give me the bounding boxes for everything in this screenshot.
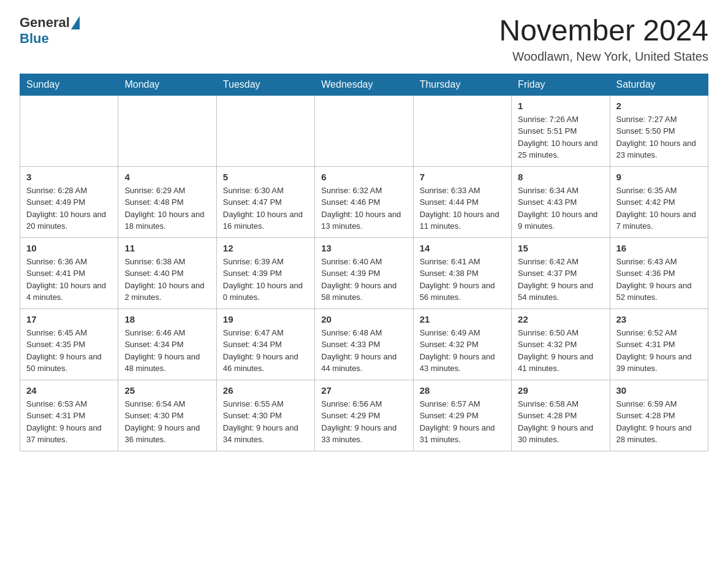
calendar-table: SundayMondayTuesdayWednesdayThursdayFrid… <box>20 74 708 451</box>
calendar-week-row: 24Sunrise: 6:53 AMSunset: 4:31 PMDayligh… <box>20 380 708 451</box>
column-header-friday: Friday <box>512 74 610 95</box>
day-info: Sunrise: 6:30 AMSunset: 4:47 PMDaylight:… <box>223 185 308 232</box>
calendar-cell: 27Sunrise: 6:56 AMSunset: 4:29 PMDayligh… <box>315 380 413 451</box>
calendar-cell: 1Sunrise: 7:26 AMSunset: 5:51 PMDaylight… <box>512 95 610 166</box>
calendar-cell: 24Sunrise: 6:53 AMSunset: 4:31 PMDayligh… <box>20 380 118 451</box>
logo-blue-text: Blue <box>20 31 49 47</box>
column-header-thursday: Thursday <box>413 74 511 95</box>
day-number: 20 <box>321 314 406 324</box>
day-number: 17 <box>26 314 112 324</box>
day-number: 30 <box>616 385 702 396</box>
day-info: Sunrise: 6:45 AMSunset: 4:35 PMDaylight:… <box>26 327 112 375</box>
calendar-cell: 14Sunrise: 6:41 AMSunset: 4:38 PMDayligh… <box>413 237 511 308</box>
day-info: Sunrise: 6:47 AMSunset: 4:34 PMDaylight:… <box>223 327 308 375</box>
day-info: Sunrise: 7:26 AMSunset: 5:51 PMDaylight:… <box>518 113 603 161</box>
day-number: 10 <box>26 243 112 253</box>
day-info: Sunrise: 6:29 AMSunset: 4:48 PMDaylight:… <box>124 185 210 232</box>
day-info: Sunrise: 6:59 AMSunset: 4:28 PMDaylight:… <box>616 398 702 446</box>
day-info: Sunrise: 6:48 AMSunset: 4:33 PMDaylight:… <box>321 327 406 375</box>
calendar-cell: 16Sunrise: 6:43 AMSunset: 4:36 PMDayligh… <box>610 237 708 308</box>
day-number: 26 <box>223 385 308 396</box>
day-number: 12 <box>223 243 308 253</box>
day-number: 5 <box>223 172 308 182</box>
day-number: 2 <box>616 101 702 111</box>
day-number: 11 <box>124 243 210 253</box>
calendar-cell: 11Sunrise: 6:38 AMSunset: 4:40 PMDayligh… <box>118 237 216 308</box>
day-number: 29 <box>518 385 603 396</box>
calendar-cell <box>413 95 511 166</box>
calendar-cell: 26Sunrise: 6:55 AMSunset: 4:30 PMDayligh… <box>216 380 314 451</box>
calendar-week-row: 3Sunrise: 6:28 AMSunset: 4:49 PMDaylight… <box>20 166 708 237</box>
day-number: 21 <box>420 314 505 324</box>
calendar-week-row: 10Sunrise: 6:36 AMSunset: 4:41 PMDayligh… <box>20 237 708 308</box>
calendar-cell: 20Sunrise: 6:48 AMSunset: 4:33 PMDayligh… <box>315 308 413 380</box>
day-number: 6 <box>321 172 406 182</box>
logo-triangle-icon <box>71 16 80 29</box>
calendar-cell <box>20 95 118 166</box>
title-block: November 2024 Woodlawn, New York, United… <box>499 15 708 64</box>
calendar-week-row: 17Sunrise: 6:45 AMSunset: 4:35 PMDayligh… <box>20 308 708 380</box>
calendar-cell: 22Sunrise: 6:50 AMSunset: 4:32 PMDayligh… <box>512 308 610 380</box>
day-info: Sunrise: 6:35 AMSunset: 4:42 PMDaylight:… <box>616 185 702 232</box>
day-info: Sunrise: 6:33 AMSunset: 4:44 PMDaylight:… <box>420 185 505 232</box>
day-number: 22 <box>518 314 603 324</box>
day-number: 7 <box>420 172 505 182</box>
calendar-cell: 9Sunrise: 6:35 AMSunset: 4:42 PMDaylight… <box>610 166 708 237</box>
day-info: Sunrise: 6:57 AMSunset: 4:29 PMDaylight:… <box>420 398 505 446</box>
calendar-cell: 3Sunrise: 6:28 AMSunset: 4:49 PMDaylight… <box>20 166 118 237</box>
logo: General Blue <box>20 15 81 47</box>
day-number: 16 <box>616 243 702 253</box>
month-title: November 2024 <box>499 15 708 47</box>
day-info: Sunrise: 6:39 AMSunset: 4:39 PMDaylight:… <box>223 256 308 304</box>
calendar-cell <box>118 95 216 166</box>
day-number: 23 <box>616 314 702 324</box>
calendar-cell: 25Sunrise: 6:54 AMSunset: 4:30 PMDayligh… <box>118 380 216 451</box>
calendar-cell: 12Sunrise: 6:39 AMSunset: 4:39 PMDayligh… <box>216 237 314 308</box>
day-number: 15 <box>518 243 603 253</box>
day-number: 8 <box>518 172 603 182</box>
calendar-cell: 29Sunrise: 6:58 AMSunset: 4:28 PMDayligh… <box>512 380 610 451</box>
day-info: Sunrise: 6:50 AMSunset: 4:32 PMDaylight:… <box>518 327 603 375</box>
day-info: Sunrise: 6:56 AMSunset: 4:29 PMDaylight:… <box>321 398 406 446</box>
day-info: Sunrise: 6:58 AMSunset: 4:28 PMDaylight:… <box>518 398 603 446</box>
logo-general-text: General <box>20 15 70 31</box>
day-number: 19 <box>223 314 308 324</box>
location-subtitle: Woodlawn, New York, United States <box>499 50 708 64</box>
day-number: 3 <box>26 172 112 182</box>
calendar-cell: 10Sunrise: 6:36 AMSunset: 4:41 PMDayligh… <box>20 237 118 308</box>
day-number: 27 <box>321 385 406 396</box>
calendar-cell: 8Sunrise: 6:34 AMSunset: 4:43 PMDaylight… <box>512 166 610 237</box>
calendar-cell: 30Sunrise: 6:59 AMSunset: 4:28 PMDayligh… <box>610 380 708 451</box>
day-info: Sunrise: 6:42 AMSunset: 4:37 PMDaylight:… <box>518 256 603 304</box>
day-number: 4 <box>124 172 210 182</box>
column-header-monday: Monday <box>118 74 216 95</box>
day-number: 25 <box>124 385 210 396</box>
day-info: Sunrise: 6:43 AMSunset: 4:36 PMDaylight:… <box>616 256 702 304</box>
day-info: Sunrise: 6:49 AMSunset: 4:32 PMDaylight:… <box>420 327 505 375</box>
calendar-cell: 21Sunrise: 6:49 AMSunset: 4:32 PMDayligh… <box>413 308 511 380</box>
day-number: 24 <box>26 385 112 396</box>
day-info: Sunrise: 7:27 AMSunset: 5:50 PMDaylight:… <box>616 113 702 161</box>
day-info: Sunrise: 6:40 AMSunset: 4:39 PMDaylight:… <box>321 256 406 304</box>
day-info: Sunrise: 6:53 AMSunset: 4:31 PMDaylight:… <box>26 398 112 446</box>
day-number: 9 <box>616 172 702 182</box>
day-number: 28 <box>420 385 505 396</box>
calendar-cell <box>315 95 413 166</box>
day-info: Sunrise: 6:52 AMSunset: 4:31 PMDaylight:… <box>616 327 702 375</box>
day-info: Sunrise: 6:41 AMSunset: 4:38 PMDaylight:… <box>420 256 505 304</box>
day-info: Sunrise: 6:34 AMSunset: 4:43 PMDaylight:… <box>518 185 603 232</box>
day-number: 14 <box>420 243 505 253</box>
day-info: Sunrise: 6:46 AMSunset: 4:34 PMDaylight:… <box>124 327 210 375</box>
calendar-cell: 13Sunrise: 6:40 AMSunset: 4:39 PMDayligh… <box>315 237 413 308</box>
calendar-week-row: 1Sunrise: 7:26 AMSunset: 5:51 PMDaylight… <box>20 95 708 166</box>
column-header-sunday: Sunday <box>20 74 118 95</box>
column-header-wednesday: Wednesday <box>315 74 413 95</box>
calendar-cell: 18Sunrise: 6:46 AMSunset: 4:34 PMDayligh… <box>118 308 216 380</box>
day-info: Sunrise: 6:54 AMSunset: 4:30 PMDaylight:… <box>124 398 210 446</box>
day-info: Sunrise: 6:55 AMSunset: 4:30 PMDaylight:… <box>223 398 308 446</box>
day-info: Sunrise: 6:32 AMSunset: 4:46 PMDaylight:… <box>321 185 406 232</box>
calendar-cell: 4Sunrise: 6:29 AMSunset: 4:48 PMDaylight… <box>118 166 216 237</box>
column-header-saturday: Saturday <box>610 74 708 95</box>
calendar-cell: 2Sunrise: 7:27 AMSunset: 5:50 PMDaylight… <box>610 95 708 166</box>
day-number: 1 <box>518 101 603 111</box>
